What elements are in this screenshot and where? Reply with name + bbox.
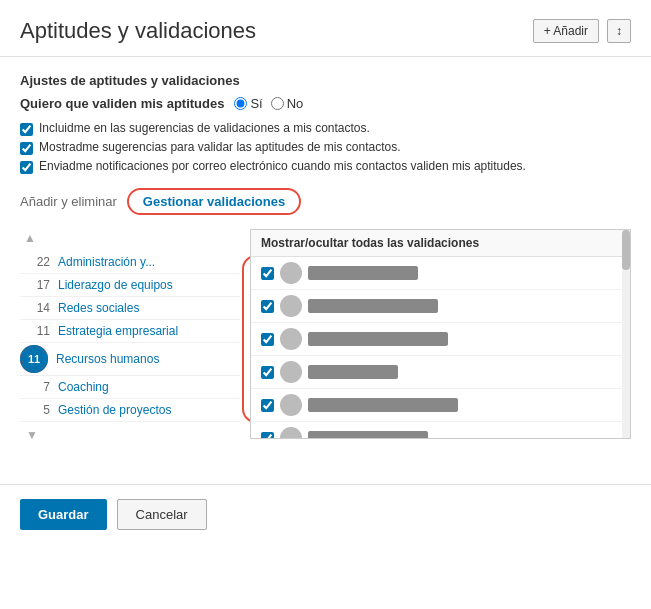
validation-bar-wrap bbox=[280, 427, 620, 439]
skill-count: 14 bbox=[22, 301, 50, 315]
avatar bbox=[280, 295, 302, 317]
validation-bar-wrap bbox=[280, 394, 620, 416]
validation-row bbox=[251, 356, 630, 389]
validation-row bbox=[251, 389, 630, 422]
validation-checkbox-1[interactable] bbox=[261, 300, 274, 313]
checkbox-item: Enviadme notificaciones por correo elect… bbox=[20, 159, 631, 174]
gestionar-button[interactable]: Gestionar validaciones bbox=[127, 188, 301, 215]
skill-name: Coaching bbox=[58, 380, 109, 394]
validation-checkbox-2[interactable] bbox=[261, 333, 274, 346]
validations-header: Mostrar/ocultar todas las validaciones bbox=[251, 230, 630, 257]
radio-yes-text: Sí bbox=[250, 96, 262, 111]
skill-count: 22 bbox=[22, 255, 50, 269]
validation-bar bbox=[308, 398, 458, 412]
validation-row bbox=[251, 290, 630, 323]
validation-checkbox-4[interactable] bbox=[261, 399, 274, 412]
validation-rows bbox=[251, 257, 630, 439]
skill-row[interactable]: 5Gestión de proyectos bbox=[20, 399, 240, 422]
avatar bbox=[280, 394, 302, 416]
validation-bar-wrap bbox=[280, 295, 620, 317]
validations-panel[interactable]: Mostrar/ocultar todas las validaciones bbox=[250, 229, 631, 439]
radio-no-text: No bbox=[287, 96, 304, 111]
skill-row[interactable]: 11Estrategia empresarial bbox=[20, 320, 240, 343]
validation-bar bbox=[308, 299, 438, 313]
skill-rows: 22Administración y...17Liderazgo de equi… bbox=[20, 251, 240, 422]
skills-list: ▲ 22Administración y...17Liderazgo de eq… bbox=[20, 229, 240, 448]
validation-bar bbox=[308, 332, 448, 346]
skill-count-highlighted: 11 bbox=[22, 347, 46, 371]
skill-name: Redes sociales bbox=[58, 301, 139, 315]
validation-bar-wrap bbox=[280, 328, 620, 350]
validation-bar-wrap bbox=[280, 361, 620, 383]
add-button[interactable]: + Añadir bbox=[533, 19, 599, 43]
validate-row: Quiero que validen mis aptitudes Sí No bbox=[20, 96, 631, 111]
checkbox-item: Mostradme sugerencias para validar las a… bbox=[20, 140, 631, 155]
validation-row bbox=[251, 257, 630, 290]
skills-section: ▲ 22Administración y...17Liderazgo de eq… bbox=[20, 229, 631, 448]
avatar bbox=[280, 262, 302, 284]
skill-count: 17 bbox=[22, 278, 50, 292]
validation-bar bbox=[308, 365, 398, 379]
validation-row bbox=[251, 323, 630, 356]
checkbox-label-0: Incluidme en las sugerencias de validaci… bbox=[39, 121, 370, 135]
radio-group: Sí No bbox=[234, 96, 303, 111]
skill-name: Gestión de proyectos bbox=[58, 403, 171, 417]
validations-panel-wrapper: Mostrar/ocultar todas las validaciones bbox=[250, 229, 631, 448]
sort-button[interactable]: ↕ bbox=[607, 19, 631, 43]
skill-name: Liderazgo de equipos bbox=[58, 278, 173, 292]
validation-checkbox-0[interactable] bbox=[261, 267, 274, 280]
skill-row[interactable]: 22Administración y... bbox=[20, 251, 240, 274]
validation-checkbox-5[interactable] bbox=[261, 432, 274, 440]
arrow-up-btn[interactable]: ▲ bbox=[20, 229, 40, 247]
skill-name: Estrategia empresarial bbox=[58, 324, 178, 338]
save-button[interactable]: Guardar bbox=[20, 499, 107, 530]
settings-section-title: Ajustes de aptitudes y validaciones bbox=[20, 73, 631, 88]
validation-bar bbox=[308, 266, 418, 280]
header: Aptitudes y validaciones + Añadir ↕ bbox=[0, 0, 651, 57]
avatar bbox=[280, 361, 302, 383]
arrow-down-btn[interactable]: ▼ bbox=[22, 426, 42, 444]
skill-count: 5 bbox=[22, 403, 50, 417]
radio-yes-label[interactable]: Sí bbox=[234, 96, 262, 111]
main-content: Ajustes de aptitudes y validaciones Quie… bbox=[0, 57, 651, 484]
skill-count: 7 bbox=[22, 380, 50, 394]
add-remove-label: Añadir y eliminar bbox=[20, 194, 117, 209]
checkbox-list: Incluidme en las sugerencias de validaci… bbox=[20, 121, 631, 174]
cancel-button[interactable]: Cancelar bbox=[117, 499, 207, 530]
skill-row[interactable]: 17Liderazgo de equipos bbox=[20, 274, 240, 297]
skill-row[interactable]: 7Coaching bbox=[20, 376, 240, 399]
checkbox-label-2: Enviadme notificaciones por correo elect… bbox=[39, 159, 526, 173]
skill-row[interactable]: 14Redes sociales bbox=[20, 297, 240, 320]
validation-bar-wrap bbox=[280, 262, 620, 284]
footer-actions: Guardar Cancelar bbox=[0, 484, 651, 544]
actions-row: Añadir y eliminar Gestionar validaciones bbox=[20, 188, 631, 215]
checkbox-input-2[interactable] bbox=[20, 161, 33, 174]
validate-label: Quiero que validen mis aptitudes bbox=[20, 96, 224, 111]
page: Aptitudes y validaciones + Añadir ↕ Ajus… bbox=[0, 0, 651, 609]
skill-count: 11 bbox=[22, 324, 50, 338]
avatar bbox=[280, 427, 302, 439]
checkbox-input-0[interactable] bbox=[20, 123, 33, 136]
skill-name: Recursos humanos bbox=[56, 352, 159, 366]
validation-checkbox-3[interactable] bbox=[261, 366, 274, 379]
checkbox-input-1[interactable] bbox=[20, 142, 33, 155]
radio-no-label[interactable]: No bbox=[271, 96, 304, 111]
radio-no-input[interactable] bbox=[271, 97, 284, 110]
avatar bbox=[280, 328, 302, 350]
validation-bar bbox=[308, 431, 428, 439]
checkbox-label-1: Mostradme sugerencias para validar las a… bbox=[39, 140, 401, 154]
skill-name: Administración y... bbox=[58, 255, 155, 269]
header-actions: + Añadir ↕ bbox=[533, 19, 631, 43]
page-title: Aptitudes y validaciones bbox=[20, 18, 256, 44]
skills-list-header: ▲ bbox=[20, 229, 240, 247]
scrollbar-track bbox=[622, 230, 630, 438]
validation-row bbox=[251, 422, 630, 439]
checkbox-item: Incluidme en las sugerencias de validaci… bbox=[20, 121, 631, 136]
skill-row[interactable]: 11Recursos humanos bbox=[20, 343, 240, 376]
radio-yes-input[interactable] bbox=[234, 97, 247, 110]
scrollbar-thumb[interactable] bbox=[622, 230, 630, 270]
